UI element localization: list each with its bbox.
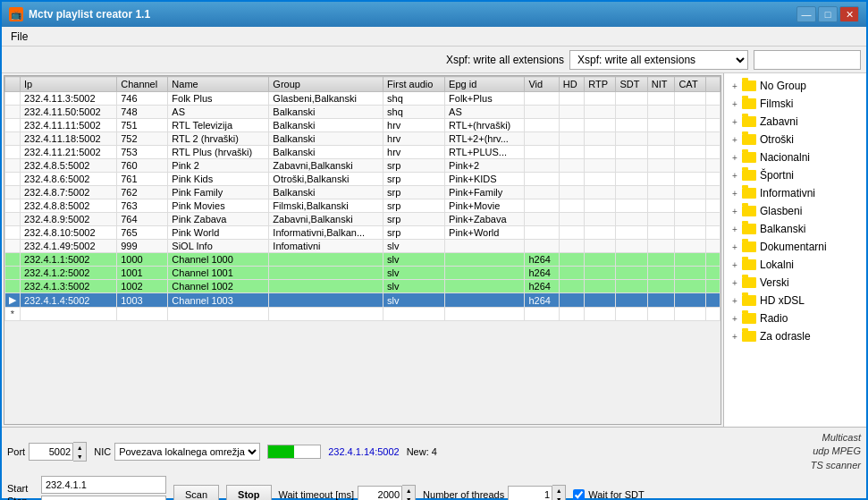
timeout-input[interactable] bbox=[358, 486, 402, 500]
maximize-button[interactable]: □ bbox=[818, 6, 838, 22]
stop-ip-input[interactable] bbox=[41, 496, 166, 500]
table-row[interactable]: ▶232.4.1.4:50021003Channel 1003slvh264 bbox=[5, 293, 721, 308]
nic-select[interactable]: Povezava lokalnega omrežja bbox=[114, 443, 260, 461]
toolbar-format-label: Xspf: write all extensions bbox=[446, 54, 564, 66]
tree-expand-icon: + bbox=[728, 150, 742, 165]
table-cell: Filmski,Balkanski bbox=[269, 199, 383, 213]
table-cell: 1003 bbox=[117, 293, 168, 308]
sidebar-item-verski[interactable]: +Verski bbox=[724, 274, 866, 292]
table-cell bbox=[647, 173, 675, 186]
table-row[interactable]: 232.4.1.2:50021001Channel 1001slvh264 bbox=[5, 267, 721, 280]
table-cell bbox=[525, 186, 559, 199]
table-cell bbox=[616, 213, 647, 226]
table-cell bbox=[525, 213, 559, 226]
sidebar-item-otroški[interactable]: +Otroški bbox=[724, 131, 866, 148]
table-cell bbox=[585, 173, 616, 186]
toolbar-search-input[interactable] bbox=[754, 50, 861, 70]
port-down-button[interactable]: ▼ bbox=[73, 452, 86, 461]
table-cell: ▶ bbox=[5, 293, 21, 308]
table-row[interactable]: 232.4.8.7:5002762Pink FamilyBalkanskisrp… bbox=[5, 186, 721, 199]
sidebar-item-zabavni[interactable]: +Zabavni bbox=[724, 113, 866, 131]
threads-up-button[interactable]: ▲ bbox=[552, 486, 565, 495]
sidebar-item-hd-xdsl[interactable]: +HD xDSL bbox=[724, 292, 866, 309]
table-cell bbox=[706, 106, 721, 119]
table-row[interactable]: 232.4.8.6:5002761Pink KidsOtroški,Balkan… bbox=[5, 173, 721, 186]
sidebar-item-filmski[interactable]: +Filmski bbox=[724, 95, 866, 113]
table-row[interactable]: 232.4.11.21:5002753RTL Plus (hrvaški)Bal… bbox=[5, 146, 721, 159]
table-cell bbox=[559, 186, 584, 199]
table-row[interactable]: 232.4.11.18:5002752RTL 2 (hrvaški)Balkan… bbox=[5, 132, 721, 146]
table-row[interactable]: 232.4.1.3:50021002Channel 1002slvh264 bbox=[5, 280, 721, 293]
tree-expand-icon: + bbox=[728, 79, 742, 93]
sidebar-item-nacionalni[interactable]: +Nacionalni bbox=[724, 148, 866, 166]
table-cell bbox=[559, 240, 584, 253]
folder-icon bbox=[742, 313, 756, 324]
table-cell bbox=[445, 253, 525, 267]
table-cell: slv bbox=[383, 267, 445, 280]
table-row[interactable]: 232.4.8.8:5002763Pink MoviesFilmski,Balk… bbox=[5, 199, 721, 213]
stop-button[interactable]: Stop bbox=[226, 485, 271, 500]
footer-cell bbox=[168, 308, 269, 321]
table-cell bbox=[525, 92, 559, 106]
table-cell bbox=[706, 240, 721, 253]
start-ip-input[interactable] bbox=[41, 476, 166, 494]
table-row[interactable]: 232.4.11.3:5002746Folk PlusGlasbeni,Balk… bbox=[5, 92, 721, 106]
table-cell bbox=[525, 240, 559, 253]
table-cell bbox=[269, 267, 383, 280]
table-row[interactable]: 232.4.11.11:5002751RTL TelevizijaBalkans… bbox=[5, 119, 721, 132]
table-cell bbox=[647, 213, 675, 226]
table-row[interactable]: 232.4.1.1:50021000Channel 1000slvh264 bbox=[5, 253, 721, 267]
table-cell bbox=[5, 106, 21, 119]
sidebar-item-label: Za odrasle bbox=[760, 330, 811, 343]
table-cell: Pink+World bbox=[445, 226, 525, 240]
timeout-up-button[interactable]: ▲ bbox=[402, 486, 415, 495]
table-row[interactable]: 232.4.8.5:5002760Pink 2Zabavni,Balkanski… bbox=[5, 159, 721, 173]
sidebar-item-dokumentarni[interactable]: +Dokumentarni bbox=[724, 238, 866, 256]
tree-expand-icon: + bbox=[728, 168, 742, 182]
sidebar-item-no-group[interactable]: +No Group bbox=[724, 77, 866, 95]
sidebar-item-športni[interactable]: +Športni bbox=[724, 166, 866, 184]
threads-down-button[interactable]: ▼ bbox=[552, 495, 565, 500]
table-cell: srp bbox=[383, 199, 445, 213]
scan-button[interactable]: Scan bbox=[173, 485, 219, 500]
table-cell bbox=[616, 280, 647, 293]
port-input[interactable] bbox=[29, 443, 73, 461]
table-cell bbox=[675, 106, 706, 119]
channel-table-container[interactable]: Ip Channel Name Group First audio Epg id… bbox=[4, 75, 721, 425]
timeout-down-button[interactable]: ▼ bbox=[402, 495, 415, 500]
sidebar-item-informativni[interactable]: +Informativni bbox=[724, 184, 866, 202]
table-cell bbox=[5, 240, 21, 253]
wait-sdt-checkbox[interactable] bbox=[573, 489, 585, 500]
table-cell bbox=[585, 293, 616, 308]
channel-table: Ip Channel Name Group First audio Epg id… bbox=[4, 76, 721, 321]
sidebar-item-lokalni[interactable]: +Lokalni bbox=[724, 256, 866, 274]
table-cell bbox=[616, 293, 647, 308]
table-row[interactable]: 232.4.11.50:5002748ASBalkanskishqAS bbox=[5, 106, 721, 119]
table-row[interactable]: 232.4.1.49:5002999SiOL InfoInfomativnisl… bbox=[5, 240, 721, 253]
minimize-button[interactable]: — bbox=[796, 6, 816, 22]
table-cell: SiOL Info bbox=[168, 240, 269, 253]
table-row[interactable]: 232.4.8.9:5002764Pink ZabavaZabavni,Balk… bbox=[5, 213, 721, 226]
table-cell bbox=[585, 199, 616, 213]
threads-input[interactable] bbox=[508, 486, 552, 500]
sidebar-item-balkanski[interactable]: +Balkanski bbox=[724, 220, 866, 238]
table-cell bbox=[559, 293, 584, 308]
table-cell bbox=[559, 173, 584, 186]
sidebar-item-glasbeni[interactable]: +Glasbeni bbox=[724, 202, 866, 220]
close-button[interactable]: ✕ bbox=[839, 6, 859, 22]
col-sdt: SDT bbox=[616, 77, 647, 92]
threads-group: Number of threads ▲ ▼ bbox=[423, 485, 566, 500]
table-cell: hrv bbox=[383, 146, 445, 159]
table-cell bbox=[269, 293, 383, 308]
format-select[interactable]: Xspf: write all extensions M3U XML bbox=[569, 50, 748, 70]
table-cell: srp bbox=[383, 226, 445, 240]
table-cell bbox=[647, 280, 675, 293]
menu-file[interactable]: File bbox=[2, 27, 37, 46]
port-spin: ▲ ▼ bbox=[29, 442, 87, 462]
table-row[interactable]: 232.4.8.10:5002765Pink WorldInformativni… bbox=[5, 226, 721, 240]
sidebar-item-za-odrasle[interactable]: +Za odrasle bbox=[724, 327, 866, 345]
port-up-button[interactable]: ▲ bbox=[73, 443, 86, 452]
sidebar-item-radio[interactable]: +Radio bbox=[724, 309, 866, 327]
table-cell bbox=[525, 106, 559, 119]
table-cell: 746 bbox=[117, 92, 168, 106]
